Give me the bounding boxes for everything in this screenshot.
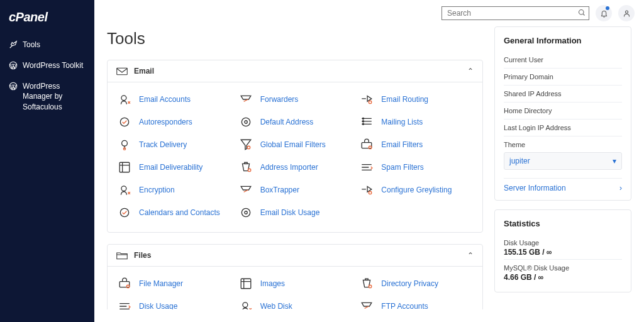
tool-label: Web Disk	[260, 302, 292, 309]
tool-label: Encryption	[139, 186, 175, 194]
tool-label: Email Accounts	[139, 95, 191, 104]
tool-item[interactable]: Disk Usage	[116, 299, 231, 309]
tool-icon	[238, 138, 254, 152]
user-button[interactable]	[618, 5, 635, 21]
tool-icon	[238, 160, 254, 174]
svg-rect-16	[362, 143, 372, 148]
panel-head[interactable]: Files⌃	[108, 245, 482, 267]
stat-value: 155.15 GB / ∞	[504, 248, 622, 257]
mail-icon	[116, 67, 128, 75]
svg-rect-19	[244, 162, 247, 164]
tool-item[interactable]: Email Filters	[358, 138, 474, 152]
info-row: Home Directory	[504, 102, 622, 119]
svg-point-7	[120, 118, 128, 126]
tool-item[interactable]: Spam Filters	[358, 160, 474, 174]
tool-item[interactable]: Email Deliverability	[116, 160, 231, 174]
logo: cPanel	[0, 6, 94, 35]
wp-icon	[9, 61, 18, 70]
tool-label: Email Deliverability	[139, 163, 203, 172]
tool-item[interactable]: Web Disk	[238, 299, 353, 309]
tool-item[interactable]: File Manager	[116, 277, 231, 291]
svg-point-2	[579, 10, 584, 15]
tool-icon	[238, 183, 254, 197]
tool-item[interactable]: Default Address	[238, 115, 353, 129]
info-label: Home Directory	[504, 107, 622, 114]
search-input[interactable]	[441, 6, 589, 20]
tool-item[interactable]: Global Email Filters	[238, 138, 353, 152]
info-row: Last Login IP Address	[504, 119, 622, 136]
left-col: Tools Email⌃Email AccountsForwardersEmai…	[107, 26, 483, 309]
tool-icon	[238, 299, 254, 309]
tool-label: FTP Accounts	[381, 302, 428, 309]
tool-icon	[358, 277, 375, 291]
tool-icon	[238, 115, 254, 129]
stat-value: 4.66 GB / ∞	[504, 273, 622, 282]
tool-item[interactable]: Autoresponders	[116, 115, 231, 129]
sidebar-item-label: Tools	[23, 40, 40, 50]
tool-label: File Manager	[139, 279, 183, 288]
general-heading: General Information	[504, 36, 622, 45]
tool-item[interactable]: Images	[238, 277, 353, 291]
tool-icon	[358, 183, 375, 197]
panel-files: Files⌃File ManagerImagesDirectory Privac…	[107, 244, 483, 309]
svg-point-8	[242, 118, 250, 126]
tool-item[interactable]: Forwarders	[238, 92, 353, 106]
main: Tools Email⌃Email AccountsForwardersEmai…	[94, 0, 644, 322]
server-info-label: Server Information	[504, 184, 566, 192]
tool-item[interactable]: FTP Accounts	[358, 299, 474, 309]
panel-body: File ManagerImagesDirectory PrivacyDisk …	[108, 267, 482, 309]
panel-head[interactable]: Email⌃	[108, 60, 482, 82]
sidebar-item-tools[interactable]: Tools	[0, 35, 94, 55]
tool-label: Autoresponders	[139, 118, 192, 126]
wp-icon	[9, 82, 18, 91]
tool-item[interactable]: Directory Privacy	[358, 277, 474, 291]
tool-item[interactable]: Email Disk Usage	[238, 206, 353, 219]
tool-item[interactable]: Mailing Lists	[358, 115, 474, 129]
tool-item[interactable]: Email Accounts	[116, 92, 231, 106]
sidebar-item-wp-toolkit[interactable]: WordPress Toolkit	[0, 55, 94, 76]
tool-icon	[358, 160, 375, 174]
info-label: Current User	[504, 56, 622, 64]
info-label: Last Login IP Address	[504, 124, 622, 131]
tool-item[interactable]: Email Routing	[358, 92, 474, 106]
stat-label: Disk Usage	[504, 239, 622, 247]
svg-rect-18	[119, 162, 130, 172]
tool-label: Configure Greylisting	[381, 186, 452, 194]
panel-title: Email	[134, 67, 461, 75]
tool-icon	[116, 206, 133, 219]
topbar	[94, 0, 644, 26]
theme-value: jupiter	[509, 157, 530, 165]
tool-icon	[116, 299, 133, 309]
tool-label: Address Importer	[260, 163, 318, 172]
svg-point-11	[363, 121, 364, 122]
svg-point-3	[625, 11, 628, 13]
tool-item[interactable]: Track Delivery	[116, 138, 231, 152]
tool-label: Email Filters	[381, 140, 423, 149]
tool-icon	[116, 138, 133, 152]
theme-select[interactable]: jupiter ▾	[504, 152, 622, 170]
tool-item[interactable]: Address Importer	[238, 160, 353, 174]
tool-label: Mailing Lists	[381, 118, 423, 126]
tool-label: Calendars and Contacts	[139, 208, 220, 217]
info-row: Primary Domain	[504, 68, 622, 85]
server-info-link[interactable]: Server Information ›	[504, 178, 622, 192]
notifications-button[interactable]	[596, 5, 612, 21]
tool-item[interactable]: BoxTrapper	[238, 183, 353, 197]
svg-point-31	[243, 303, 248, 308]
panel-email: Email⌃Email AccountsForwardersEmail Rout…	[107, 60, 483, 233]
svg-point-15	[247, 146, 250, 148]
tool-icon	[358, 138, 375, 152]
tool-item[interactable]: Encryption	[116, 183, 231, 197]
sidebar-item-label: WordPress Manager by Softaculous	[23, 81, 86, 113]
tool-item[interactable]: Calendars and Contacts	[116, 206, 231, 219]
svg-point-25	[244, 211, 247, 214]
stat-row: Disk Usage155.15 GB / ∞	[504, 235, 622, 259]
sidebar-item-wp-manager[interactable]: WordPress Manager by Softaculous	[0, 76, 94, 118]
panel-body: Email AccountsForwardersEmail RoutingAut…	[108, 82, 482, 232]
search-wrap	[441, 6, 589, 20]
info-row: Shared IP Address	[504, 85, 622, 102]
tool-item[interactable]: Configure Greylisting	[358, 183, 474, 197]
svg-point-22	[369, 191, 372, 194]
tool-icon	[116, 160, 133, 174]
caret-down-icon: ▾	[613, 157, 616, 165]
